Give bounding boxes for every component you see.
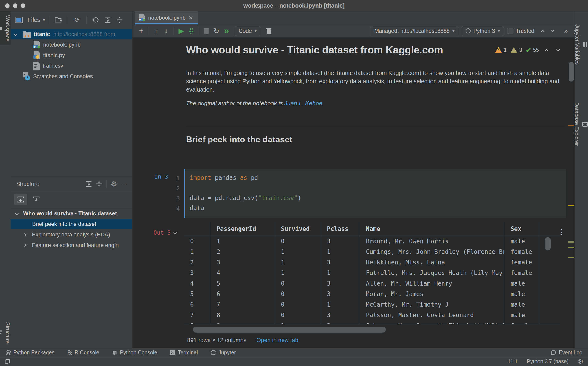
more-toolbar-icon[interactable]: » (561, 26, 571, 36)
folder-icon (0, 26, 2, 31)
cell-overflow (540, 257, 560, 268)
weak-warning-icon[interactable]: ! (510, 47, 517, 53)
restart-kernel-button[interactable]: ↻ (211, 26, 222, 36)
chevron-down-icon[interactable] (15, 212, 19, 215)
table-horizontal-scrollbar[interactable] (193, 327, 386, 333)
error-stripe-mark[interactable] (568, 242, 574, 243)
right-tool-strip: Jupyter Variables Database Explorer (575, 11, 588, 348)
error-stripe-mark[interactable] (568, 125, 574, 126)
toggle-toolwindows-icon[interactable] (4, 359, 10, 365)
close-tab-icon[interactable]: ✕ (188, 15, 193, 22)
locate-file-icon[interactable] (91, 15, 101, 25)
tab-notebook-ipynb[interactable]: IP notebook.ipynb ✕ (135, 11, 198, 24)
stop-kernel-button[interactable] (201, 26, 211, 36)
code-cell[interactable]: import pandas as pd data = pd.read_csv("… (184, 169, 566, 218)
column-header[interactable]: Name (359, 222, 504, 236)
sort-by-name-button[interactable] (30, 194, 43, 206)
run-cell-button[interactable]: ▶ (176, 26, 186, 36)
tool-tab-jupyter[interactable]: Jupyter (211, 350, 236, 356)
tool-tab-database-explorer[interactable]: Database Explorer (575, 99, 588, 150)
tool-tab-event-log[interactable]: Event Log (551, 350, 582, 356)
editor-scrollbar[interactable] (569, 62, 574, 82)
structure-row-root[interactable]: Who would survive - Titanic dataset (11, 208, 132, 219)
tree-row-titanic[interactable]: titanic http://localhost:8888 from (11, 29, 132, 39)
expand-all-icon[interactable] (84, 179, 94, 189)
hide-panel-icon[interactable]: − (119, 179, 129, 189)
column-header[interactable]: PassengerId (210, 222, 274, 236)
tree-row-train-csv[interactable]: train.csv (11, 61, 132, 71)
chevron-down-icon[interactable]: ▾ (43, 17, 45, 23)
cell-type-dropdown[interactable]: Code ▾ (235, 26, 261, 36)
tree-row-notebook[interactable]: IP notebook.ipynb (11, 39, 132, 50)
trusted-checkbox[interactable] (507, 28, 513, 34)
add-cell-button[interactable]: + (136, 26, 146, 36)
previous-cell-button[interactable] (538, 26, 548, 36)
table-row[interactable]: 5 6 0 3 Moran, Mr. James male (184, 289, 560, 299)
table-row[interactable]: 7 8 0 3 Palsson, Master. Gosta Leonard m… (184, 310, 560, 320)
table-row[interactable]: 6 7 0 1 McCarthy, Mr. Timothy J male (184, 299, 560, 310)
expand-all-icon[interactable] (103, 15, 113, 25)
structure-row-eda[interactable]: Exploratory data analysis (EDA) (11, 229, 132, 240)
error-stripe-mark[interactable] (568, 257, 574, 258)
table-row[interactable]: 3 4 1 1 Futrelle, Mrs. Jacques Heath (Li… (184, 268, 560, 278)
tool-tab-r-console[interactable]: ℞ R Console (67, 350, 99, 356)
cell-name: Heikkinen, Miss. Laina (359, 257, 504, 268)
warning-icon[interactable]: ! (495, 47, 502, 53)
structure-row-feature[interactable]: Feature selection and feature engin (11, 240, 132, 251)
tool-tab-workspace[interactable]: Workspace (0, 11, 11, 45)
table-row[interactable]: 4 5 0 3 Allen, Mr. William Henry male (184, 278, 560, 289)
new-folder-button[interactable] (54, 15, 64, 25)
next-highlight-button[interactable] (554, 45, 562, 55)
move-cell-up-button[interactable]: ↑ (151, 26, 161, 36)
chevron-down-icon[interactable] (14, 32, 17, 36)
structure-row-brief-peek[interactable]: Brief peek into the dataset (11, 219, 132, 229)
tree-row-scratches[interactable]: Scratches and Consoles (11, 71, 132, 82)
tree-row-titanic-py[interactable]: titanic.py (11, 50, 132, 61)
next-cell-button[interactable] (548, 26, 558, 36)
tool-tab-label: Event Log (559, 350, 582, 356)
tool-tab-jupyter-variables[interactable]: Jupyter Variables (575, 21, 588, 68)
tool-tab-python-packages[interactable]: Python Packages (6, 350, 55, 356)
error-stripe-mark[interactable] (568, 247, 574, 248)
delete-cell-button[interactable] (264, 26, 274, 36)
author-link[interactable]: Juan L. Kehoe (284, 100, 322, 107)
kernel-server-dropdown[interactable]: Managed: http://localhost:8888 ▾ (370, 26, 458, 36)
dataframe-table[interactable]: PassengerId Survived Pclass Name Sex 0 1… (184, 222, 560, 324)
open-in-new-tab-link[interactable]: Open in new tab (257, 337, 298, 343)
sort-by-source-button[interactable] (14, 194, 27, 206)
column-header[interactable]: Sex (504, 222, 540, 236)
prev-highlight-button[interactable] (542, 45, 550, 55)
table-vertical-scrollbar[interactable] (545, 237, 551, 251)
error-stripe-mark[interactable] (568, 205, 574, 206)
table-row[interactable]: 0 1 0 3 Braund, Mr. Owen Harris male (184, 236, 560, 246)
chevron-down-icon[interactable] (173, 231, 177, 235)
move-cell-down-button[interactable]: ↓ (161, 26, 171, 36)
cell-passengerid: 2 (210, 246, 274, 257)
column-header[interactable]: Pclass (320, 222, 359, 236)
tool-tab-structure[interactable]: Structure (0, 319, 11, 347)
chevron-right-icon[interactable] (23, 233, 27, 236)
refresh-icon[interactable]: ⟳ (72, 15, 82, 25)
column-header[interactable]: Survived (274, 222, 320, 236)
gear-icon[interactable]: ⚙ (109, 179, 119, 189)
table-row[interactable]: 2 3 1 3 Heikkinen, Miss. Laina female (184, 257, 560, 268)
interpreter-dropdown[interactable]: Python 3 ▾ (462, 26, 504, 36)
interpreter-status[interactable]: Python 3.7 (base) (527, 358, 569, 365)
collapse-all-icon[interactable] (94, 179, 104, 189)
main-area: Workspace Structure Files ▾ ⟳ (0, 11, 588, 348)
table-options-kebab-icon[interactable]: ⋮ (558, 228, 565, 236)
caret-position[interactable]: 11:1 (508, 358, 517, 365)
files-view-label[interactable]: Files (28, 16, 40, 23)
collapse-all-icon[interactable] (115, 15, 125, 25)
column-header[interactable] (540, 222, 560, 236)
column-header[interactable] (184, 222, 210, 236)
debug-cell-button[interactable] (186, 26, 196, 36)
run-all-button[interactable]: » (222, 26, 231, 36)
chevron-right-icon[interactable] (23, 243, 27, 247)
table-row[interactable]: 8 9 1 3 Johnson, Mrs. Oscar W (Elisabeth… (184, 320, 560, 324)
tool-tab-python-console[interactable]: Python Console (112, 350, 157, 356)
gear-icon[interactable]: ⚙ (578, 358, 584, 366)
table-row[interactable]: 1 2 1 1 Cumings, Mrs. John Bradley (Flor… (184, 246, 560, 257)
files-toolbar: Files ▾ ⟳ (11, 11, 132, 28)
tool-tab-terminal[interactable]: Terminal (170, 350, 198, 356)
